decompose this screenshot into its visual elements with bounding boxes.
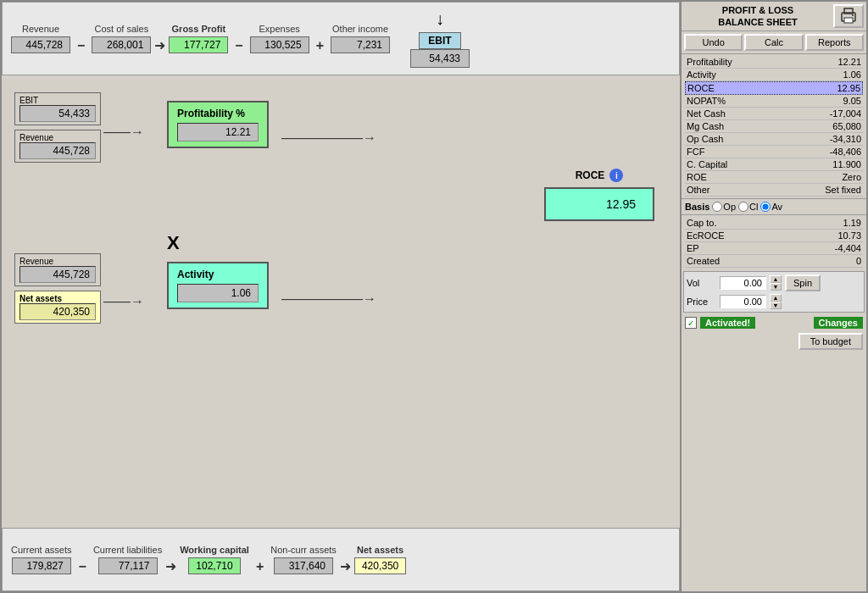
balance-sheet-label: BALANCE SHEET [684, 16, 832, 28]
metric-value: 65,080 [810, 121, 861, 131]
bottom-current-assets-box: Current assets 179,827 [11, 545, 72, 574]
info-icon[interactable]: i [609, 169, 623, 182]
arrow-to-activity: ——→ [103, 294, 144, 309]
metric-label: Mg Cash [687, 121, 724, 131]
changes-label: Changes [814, 317, 863, 329]
metric-row[interactable]: C. Capital11.900 [685, 158, 863, 171]
spin-button[interactable]: Spin [785, 274, 821, 291]
metric-row[interactable]: Profitability12.21 [685, 56, 863, 69]
bottom-current-liabilities-label: Current liabilities [93, 545, 162, 555]
bottom-metric-value: 0 [810, 256, 861, 266]
metric-row[interactable]: Op Cash-34,310 [685, 133, 863, 146]
arrow-activity-roce: ——————→ [281, 291, 376, 307]
left-ebit-group: EBIT 54,433 Revenue 445,728 [14, 92, 101, 163]
bottom-non-curr-assets-label: Non-curr assets [270, 545, 337, 555]
basis-cl-label[interactable]: Cl [738, 202, 758, 212]
revenue-small-value1: 445,728 [19, 142, 96, 159]
reports-button[interactable]: Reports [805, 34, 864, 51]
gross-profit-label: Gross Profit [172, 24, 226, 34]
basis-av-radio[interactable] [760, 202, 771, 212]
metric-value: -48,406 [810, 147, 861, 157]
bottom-metric-value: 1.19 [810, 218, 861, 228]
metrics-list: Profitability12.21Activity1.06ROCE12.95N… [682, 54, 866, 198]
basis-op-radio[interactable] [712, 202, 722, 212]
metric-row[interactable]: Net Cash-17,004 [685, 108, 863, 120]
activity-label: Activity [177, 269, 259, 280]
basis-cl-radio[interactable] [738, 202, 748, 212]
svg-point-3 [852, 14, 854, 16]
bottom-metric-row[interactable]: EcROCE10.73 [685, 230, 863, 242]
bottom-metric-row[interactable]: EP-4,404 [685, 242, 863, 255]
activated-checkbox[interactable]: ✓ [685, 317, 697, 329]
bottom-metric-label: EcROCE [687, 230, 725, 241]
gross-profit-box: Gross Profit 177,727 [169, 24, 228, 53]
cost-of-sales-value: 268,001 [92, 36, 151, 53]
metric-row[interactable]: ROEZero [685, 171, 863, 184]
bottom-net-assets-value: 420,350 [354, 557, 406, 574]
expenses-label: Expenses [259, 24, 300, 34]
bottom-metric-label: EP [687, 243, 699, 253]
price-down-arrow[interactable]: ▼ [770, 302, 782, 309]
metric-row[interactable]: OtherSet fixed [685, 184, 863, 197]
other-income-box: Other income 7,231 [331, 24, 390, 53]
gross-profit-value: 177,727 [169, 36, 228, 53]
metric-row[interactable]: Activity1.06 [685, 69, 863, 81]
top-formula-row: Revenue 445,728 − Cost of sales 268,001 … [2, 2, 680, 75]
middle-area: EBIT 54,433 Revenue 445,728 ——→ Profitab… [2, 75, 680, 528]
bottom-current-assets-value: 179,827 [12, 557, 71, 574]
right-panel: PROFIT & LOSS BALANCE SHEET Undo Calc Re… [682, 0, 868, 593]
bottom-metrics2: Cap to.1.19EcROCE10.73EP-4,404Created0 [682, 215, 866, 269]
profitability-value: 12.21 [177, 123, 259, 141]
profitability-inner: Profitability % 12.21 [167, 101, 269, 148]
revenue-small-box1: Revenue 445,728 [14, 130, 101, 163]
other-income-label: Other income [332, 24, 388, 34]
bottom-metric-row[interactable]: Created0 [685, 255, 863, 268]
metric-label: Profitability [687, 57, 732, 67]
minus-operator-bottom: − [79, 559, 86, 574]
basis-row: Basis Op Cl Av [682, 198, 866, 215]
vol-up-arrow[interactable]: ▲ [770, 275, 782, 283]
calc-button[interactable]: Calc [744, 34, 803, 51]
activated-row: ✓ Activated! Changes [682, 314, 866, 331]
x-multiplier: X [167, 232, 180, 254]
bottom-current-assets-label: Current assets [11, 545, 72, 555]
vol-down-arrow[interactable]: ▼ [770, 283, 782, 291]
activity-value: 1.06 [177, 284, 259, 302]
metric-label: Activity [687, 69, 716, 80]
metric-row[interactable]: NOPAT%9.05 [685, 95, 863, 108]
right-header: PROFIT & LOSS BALANCE SHEET [682, 2, 866, 31]
left-revenue-netassets: Revenue 445,728 Net assets 420,350 [14, 253, 101, 324]
revenue-value: 445,728 [11, 36, 70, 53]
bottom-non-curr-assets-box: Non-curr assets 317,640 [270, 545, 337, 574]
basis-av-label[interactable]: Av [760, 202, 782, 212]
vol-input[interactable] [720, 276, 766, 290]
revenue-small-label2: Revenue [19, 257, 96, 266]
basis-op-label[interactable]: Op [712, 202, 736, 212]
vol-spinners: ▲ ▼ [770, 275, 782, 291]
metric-value: Zero [810, 172, 861, 182]
metric-label: NOPAT% [687, 96, 726, 106]
roce-title: ROCE i [576, 169, 624, 182]
metric-value: -17,004 [810, 108, 861, 119]
to-budget-row: To budget [682, 331, 866, 352]
undo-button[interactable]: Undo [684, 34, 743, 51]
basis-label: Basis [685, 202, 709, 212]
metric-label: Op Cash [687, 134, 723, 144]
bottom-working-capital-value: 102,710 [188, 557, 240, 574]
metric-value: Set fixed [810, 185, 861, 195]
price-row: Price ▲ ▼ [687, 294, 861, 309]
arrow-to-prof: ——→ [103, 125, 144, 140]
print-button[interactable] [833, 4, 864, 28]
price-input[interactable] [720, 295, 766, 308]
metric-row[interactable]: FCF-48,406 [685, 146, 863, 158]
price-up-arrow[interactable]: ▲ [770, 294, 782, 302]
metric-row[interactable]: ROCE12.95 [685, 81, 863, 95]
arrow-to-roce: ——————→ [281, 130, 376, 146]
to-budget-button[interactable]: To budget [798, 333, 863, 350]
metric-value: 11.900 [810, 159, 861, 169]
metric-row[interactable]: Mg Cash65,080 [685, 120, 863, 133]
metric-value: 12.95 [810, 83, 860, 93]
bottom-metric-label: Cap to. [687, 218, 716, 228]
bottom-metric-row[interactable]: Cap to.1.19 [685, 217, 863, 230]
revenue-small-label1: Revenue [19, 133, 96, 142]
